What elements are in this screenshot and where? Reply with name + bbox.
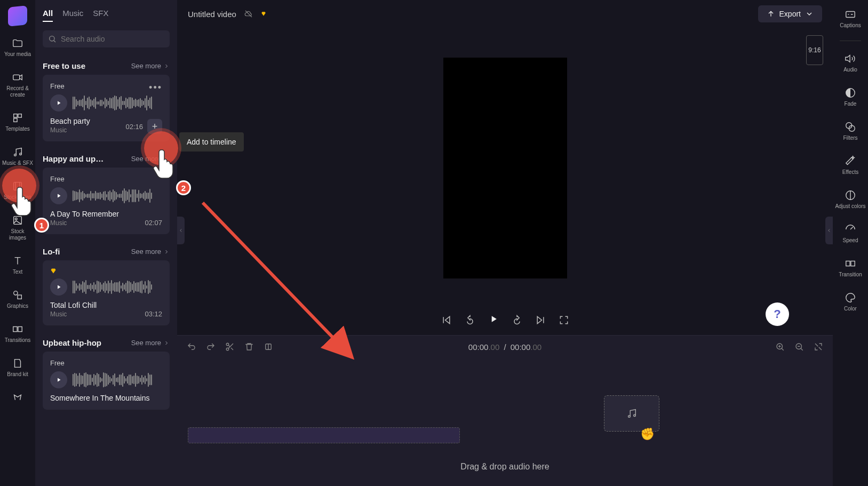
audio-card-total-lofi: Total Lofi Chill Music 03:12	[43, 260, 170, 325]
see-more-link[interactable]: See more	[131, 339, 170, 347]
video-preview-area: 9:16	[177, 28, 833, 308]
svg-rect-27	[851, 261, 855, 266]
waveform-preview	[73, 279, 162, 295]
skip-back-icon[interactable]	[441, 315, 452, 325]
trash-icon[interactable]	[244, 342, 254, 352]
audio-panel: All Music SFX Free to use See more Free …	[35, 0, 177, 486]
skip-forward-icon[interactable]	[535, 315, 546, 325]
see-more-link[interactable]: See more	[131, 62, 170, 70]
play-button[interactable]	[50, 94, 67, 111]
chevron-right-icon	[163, 249, 170, 255]
svg-point-13	[50, 36, 54, 41]
nav-stock-images[interactable]: Stock images	[0, 212, 35, 243]
audio-card-day-to-remember: Free A Day To Remember Music 02:07	[43, 168, 170, 234]
timeline-toolbar: 00:00.00 / 00:00.00	[177, 336, 833, 358]
prop-adjust-colors[interactable]: Adjust colors	[833, 187, 867, 212]
timeline: 00:00.00 / 00:00.00 ✊ Drag & drop audio …	[177, 335, 833, 486]
collapse-right-panel[interactable]	[825, 217, 833, 244]
prop-color[interactable]: Color	[842, 290, 859, 314]
nav-record-create[interactable]: Record & create	[0, 69, 35, 100]
aspect-ratio-selector[interactable]: 9:16	[806, 35, 823, 65]
prop-label: Filters	[843, 135, 857, 141]
more-options-button[interactable]: •••	[149, 82, 162, 94]
tab-all[interactable]: All	[43, 9, 53, 22]
dragged-audio-clip	[604, 395, 659, 432]
player-controls	[177, 308, 833, 335]
rewind-icon[interactable]	[465, 315, 475, 325]
play-button[interactable]	[50, 278, 67, 296]
chevron-right-icon	[163, 156, 170, 162]
prop-label: Fade	[845, 101, 857, 107]
nav-transitions[interactable]: Transitions	[3, 321, 33, 346]
svg-rect-2	[18, 114, 21, 117]
drop-hint-text: Drag & drop audio here	[460, 462, 549, 472]
collapse-audio-panel[interactable]	[177, 217, 185, 244]
split-icon[interactable]	[264, 342, 273, 352]
undo-icon[interactable]	[187, 342, 196, 352]
prop-label: Audio	[843, 67, 857, 73]
svg-rect-11	[13, 326, 17, 331]
drag-cursor-icon: ✊	[640, 427, 655, 441]
nav-ai[interactable]	[10, 389, 26, 405]
zoom-out-icon[interactable]	[794, 342, 804, 352]
nav-stock-video[interactable]: Stock video	[2, 178, 34, 203]
see-more-link[interactable]: See more	[131, 248, 170, 256]
prop-label: Captions	[840, 22, 861, 29]
ai-icon	[12, 392, 23, 403]
svg-rect-26	[846, 261, 850, 266]
play-pause-button[interactable]	[488, 314, 499, 326]
audio-drop-zone[interactable]	[188, 427, 460, 443]
fullscreen-icon[interactable]	[559, 315, 569, 325]
section-title: Lo-fi	[43, 247, 60, 256]
nav-label: Graphics	[7, 303, 28, 309]
nav-label: Music & SFX	[2, 160, 33, 166]
svg-point-8	[15, 218, 17, 220]
chevron-down-icon	[805, 10, 814, 18]
speaker-icon	[845, 53, 856, 65]
project-title[interactable]: Untitled video	[188, 10, 236, 19]
zoom-in-icon[interactable]	[775, 342, 785, 352]
play-button[interactable]	[50, 187, 67, 204]
search-icon	[48, 35, 57, 43]
nav-label: Record & create	[2, 85, 33, 98]
prop-speed[interactable]: Speed	[841, 221, 861, 246]
palette-icon	[845, 292, 856, 304]
prop-filters[interactable]: Filters	[841, 119, 859, 144]
tab-music[interactable]: Music	[62, 9, 83, 22]
filters-icon	[845, 121, 856, 133]
svg-point-4	[14, 154, 17, 156]
nav-your-media[interactable]: Your media	[2, 35, 33, 60]
prop-fade[interactable]: Fade	[842, 85, 859, 109]
scissors-icon[interactable]	[225, 342, 235, 352]
export-button[interactable]: Export	[758, 5, 822, 22]
svg-point-19	[628, 416, 631, 418]
search-audio-box[interactable]	[43, 30, 170, 47]
prop-effects[interactable]: Effects	[840, 153, 861, 178]
audio-tabs: All Music SFX	[43, 4, 170, 26]
play-button[interactable]	[50, 371, 67, 388]
prop-transition[interactable]: Transition	[837, 256, 864, 280]
nav-graphics[interactable]: Graphics	[5, 287, 30, 312]
nav-templates[interactable]: Templates	[3, 110, 32, 134]
redo-icon[interactable]	[206, 342, 216, 352]
video-preview[interactable]	[443, 58, 567, 278]
svg-rect-12	[18, 326, 22, 331]
speedometer-icon	[845, 224, 856, 235]
tab-sfx[interactable]: SFX	[93, 9, 108, 22]
see-more-link[interactable]: See more	[131, 155, 170, 163]
prop-captions[interactable]: Captions	[838, 6, 863, 31]
transitions-icon	[12, 323, 23, 335]
fit-icon[interactable]	[814, 342, 823, 352]
add-to-timeline-button[interactable]: +	[147, 119, 162, 134]
chevron-left-icon	[178, 228, 184, 233]
search-audio-input[interactable]	[61, 35, 164, 43]
forward-icon[interactable]	[512, 315, 522, 325]
nav-text[interactable]: Text	[10, 253, 26, 277]
nav-music-sfx[interactable]: Music & SFX	[0, 144, 35, 169]
time-display: 00:00.00 / 00:00.00	[468, 342, 541, 352]
help-button[interactable]: ?	[766, 302, 789, 326]
prop-audio[interactable]: Audio	[841, 51, 859, 75]
nav-brand-kit[interactable]: Brand kit	[5, 355, 30, 380]
export-label: Export	[779, 10, 801, 18]
timeline-tracks[interactable]: ✊ Drag & drop audio here	[177, 358, 833, 486]
